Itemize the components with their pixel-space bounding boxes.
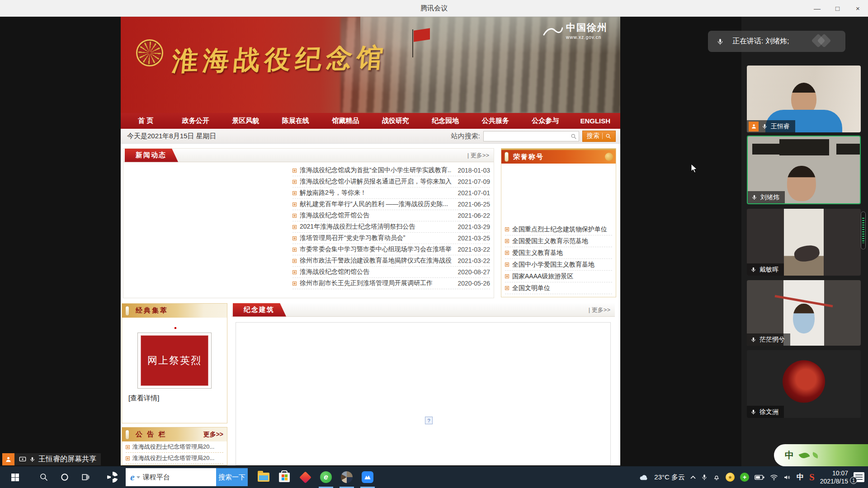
start-button[interactable] [5,466,25,488]
nav-memorial-garden[interactable]: 纪念园地 [420,117,471,125]
battery-icon[interactable] [755,474,764,480]
news-item-title[interactable]: 淮海战役纪念馆闭馆公告 [300,268,452,276]
online-memorial-poster[interactable]: 网上祭英烈 [141,335,208,386]
news-item-title[interactable]: 市委常委会集中学习暨市委中心组现场学习会在淮塔举... [300,245,452,253]
task-view-button[interactable] [75,466,96,488]
news-item-title[interactable]: 解放南路2号，等你来！ [300,189,452,197]
video-tile-liuxuwei-speaking[interactable]: 刘绪炜 [747,136,861,204]
honor-item[interactable]: 国家AAAA级旅游景区 [505,271,612,282]
folder-icon [258,473,269,482]
news-item[interactable]: 徐州市政法干警政治建设教育基地揭牌仪式在淮海战役...2021-03-22 [292,255,490,267]
yellow-tray-icon[interactable]: ★ [726,473,735,482]
region-name: 中国徐州 [566,21,608,34]
nav-participation[interactable]: 公众参与 [520,117,571,125]
news-item[interactable]: 淮海战役纪念馆成为首批“全国中小学生研学实践教育...2018-01-03 [292,165,490,176]
news-item[interactable]: 淮海战役纪念馆小讲解员报名通道已开启，等你来加入...2021-07-09 [292,176,490,188]
ime-mode-tray[interactable]: 中 [797,473,804,482]
nav-english[interactable]: ENGLISH [571,117,621,125]
honor-item[interactable]: 全国爱国主义教育示范基地 [505,235,612,247]
file-explorer-button[interactable] [253,466,274,488]
video-tile-daiminhui[interactable]: 戴敏晖 [747,209,861,276]
speaker-icon[interactable] [783,474,791,481]
nav-gov-info[interactable]: 政务公开 [171,117,221,125]
news-item[interactable]: 2021年淮海战役烈士纪念塔清明祭扫公告2021-03-29 [292,221,490,233]
news-item-title[interactable]: 淮塔管理局召开“党史学习教育动员会” [300,234,452,242]
sogou-icon[interactable]: S [809,472,815,483]
memorial-more-link[interactable]: | 更多>> [589,303,610,317]
clock[interactable]: 10:07 2021/8/15 [820,469,848,485]
diamond-app-button[interactable] [295,466,316,488]
bulletin-item-label[interactable]: 淮海战役烈士纪念塔管理局20... [132,443,214,451]
honor-item[interactable]: 全国文明单位 [505,282,612,294]
search-icon [571,133,577,141]
bulletin-item[interactable]: 淮海战役烈士纪念塔管理局20... [126,453,223,464]
view-details-link[interactable]: [查看详情] [128,394,227,403]
news-item[interactable]: 献礼建党百年举行“人民的胜利 ——淮海战役历史陈...2021-06-25 [292,199,490,210]
ime-toolbar[interactable]: 中 [774,444,868,466]
nav-public-service[interactable]: 公共服务 [471,117,521,125]
taskbar-search-button[interactable] [33,466,54,488]
site-search-input[interactable] [484,131,569,141]
bell-icon[interactable] [713,474,720,481]
bulletin-item-label[interactable]: 淮海战役烈士纪念塔管理局20... [132,454,214,462]
video-tile-wanghengrui[interactable]: 王恒睿 [747,66,861,132]
nav-scenery[interactable]: 景区风貌 [221,117,271,125]
honor-item[interactable]: 爱国主义教育基地 [505,247,612,259]
green-tray-icon[interactable]: + [740,473,749,482]
ime-mode-label[interactable]: 中 [785,449,794,461]
mic-tray-icon[interactable] [701,474,708,481]
news-item[interactable]: 解放南路2号，等你来！2021-07-01 [292,188,490,199]
site-search-button[interactable]: 搜索 [582,131,616,142]
poster-frame[interactable]: 网上祭英烈 [137,333,212,389]
news-item-title[interactable]: 献礼建党百年举行“人民的胜利 ——淮海战役历史陈... [300,200,452,208]
wifi-icon[interactable] [770,474,778,481]
honor-item[interactable]: 全国重点烈士纪念建筑物保护单位 [505,224,612,235]
honor-item[interactable]: 全国中小学爱国主义教育基地 [505,259,612,271]
web-search-button[interactable]: 搜索一下 [216,468,248,486]
window-titlebar[interactable]: 腾讯会议 — □ × [0,0,868,17]
memorial-tab[interactable]: 纪念建筑 [233,303,286,317]
browser-360-button[interactable]: e [316,466,336,488]
news-item[interactable]: 徐州市副市长王先正到淮塔管理局开展调研工作2020-05-26 [292,278,490,289]
maximize-button[interactable]: □ [827,0,848,17]
bulletin-more-link[interactable]: 更多>> [203,431,223,439]
news-item-date: 2018-01-03 [455,167,490,174]
tencent-meeting-button[interactable] [357,466,378,488]
taskbar-web-searchbox[interactable]: e 搜索一下 [126,468,248,486]
news-item[interactable]: 市委常委会集中学习暨市委中心组现场学习会在淮塔举...2021-03-22 [292,244,490,255]
weather-text[interactable]: 23°C 多云 [654,473,685,482]
video-tile-xuwenzhou[interactable]: 徐文洲 [747,350,861,418]
nav-home[interactable]: 首 页 [121,117,171,125]
minimize-button[interactable]: — [807,0,827,17]
nav-exhibit-online[interactable]: 陈展在线 [271,117,321,125]
news-item-title[interactable]: 淮海战役纪念馆成为首批“全国中小学生研学实践教育... [300,166,452,174]
bulletin-item[interactable]: 淮海战役烈士纪念塔管理局20... [126,441,223,453]
news-item-title[interactable]: 徐州市政法干警政治建设教育基地揭牌仪式在淮海战役... [300,257,452,265]
news-item-title[interactable]: 徐州市副市长王先正到淮塔管理局开展调研工作 [300,279,452,287]
news-item[interactable]: 淮海战役纪念馆开馆公告2021-06-22 [292,210,490,221]
action-center-button[interactable]: 1 [854,472,864,482]
close-button[interactable]: × [848,0,868,17]
web-search-input[interactable] [143,474,216,481]
host-badge-icon [749,122,759,131]
microsoft-store-button[interactable] [274,466,295,488]
nav-collections[interactable]: 馆藏精品 [321,117,371,125]
site-search-box[interactable] [483,131,579,141]
video-tile-mangmangwangxi[interactable]: 茫茫惘兮 [747,280,861,346]
honor-item-label: 全国爱国主义教育示范基地 [512,237,588,245]
search-icon [39,473,48,482]
nav-battle-research[interactable]: 战役研究 [371,117,421,125]
news-tab[interactable]: 新闻动态 [125,149,178,162]
tray-expand-icon[interactable] [690,475,696,479]
photos-app-button[interactable] [336,466,357,488]
participant-scrollbar[interactable] [861,211,866,249]
news-item-title[interactable]: 淮海战役纪念馆小讲解员报名通道已开启，等你来加入... [300,178,452,186]
news-item[interactable]: 淮塔管理局召开“党史学习教育动员会”2021-03-25 [292,233,490,244]
news-item-title[interactable]: 2021年淮海战役烈士纪念塔清明祭扫公告 [300,223,452,231]
cortana-button[interactable] [54,466,75,488]
news-item-title[interactable]: 淮海战役纪念馆开馆公告 [300,211,452,220]
region-logo[interactable]: 中国徐州 www.xz.gov.cn [543,21,608,40]
pinwheel-app-button[interactable] [102,466,123,488]
news-more-link[interactable]: | 更多>> [467,149,489,162]
news-item[interactable]: 淮海战役纪念馆闭馆公告2020-08-27 [292,267,490,278]
